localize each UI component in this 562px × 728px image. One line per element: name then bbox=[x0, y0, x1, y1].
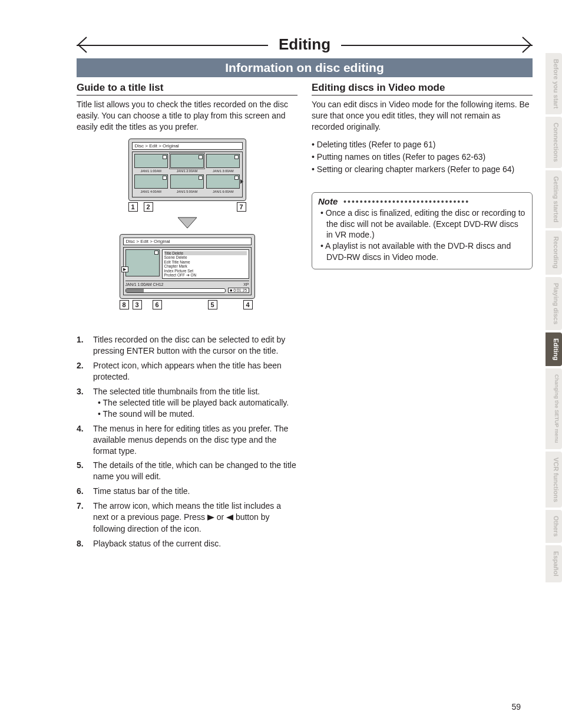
title-thumbnail-selected bbox=[170, 154, 204, 168]
legend-text: Playback status of the current disc. bbox=[93, 538, 297, 549]
callout-box: 2 bbox=[144, 202, 153, 212]
callout-box: 8 bbox=[120, 300, 129, 309]
title-thumbnail bbox=[170, 174, 204, 189]
time-status-bar bbox=[125, 288, 226, 293]
right-intro: You can edit discs in Video mode for the… bbox=[312, 99, 533, 133]
thumb-label: JAN/1 3:00AM bbox=[206, 169, 240, 173]
menu-item: Chapter Mark bbox=[164, 264, 247, 268]
screen-breadcrumb: Disc > Edit > Original bbox=[132, 142, 243, 150]
title-details: JAN/1 1:00AM CH12 bbox=[125, 282, 164, 286]
legend-subtext: • The sound will be muted. bbox=[93, 409, 297, 420]
recording-mode: XP bbox=[243, 282, 249, 286]
left-intro: Title list allows you to check the title… bbox=[77, 99, 297, 133]
title-thumbnail bbox=[134, 174, 168, 189]
screen-breadcrumb: Disc > Edit > Original bbox=[123, 238, 252, 245]
time-display: ■ 0:01:25 bbox=[228, 288, 249, 293]
title-thumbnail bbox=[206, 174, 240, 189]
tab-editing[interactable]: Editing bbox=[546, 332, 562, 366]
menu-item: Edit Title Name bbox=[164, 260, 247, 264]
note-title: Note bbox=[318, 196, 338, 206]
legend-text: The selected title thumbnails from the t… bbox=[93, 387, 260, 396]
note-box: Note ••••••••••••••••••••••••••••••• Onc… bbox=[312, 192, 533, 269]
banner-right-ornament bbox=[522, 36, 533, 54]
playback-status-icon: ▶ bbox=[121, 266, 128, 272]
callout-box: 3 bbox=[133, 300, 142, 309]
figure-title-list: Disc > Edit > Original JAN/1 1:00AM JAN/… bbox=[128, 139, 246, 212]
svg-marker-0 bbox=[178, 218, 197, 228]
callout-box: 6 bbox=[153, 300, 162, 309]
bullet-item: Setting or clearing chapter markers (Ref… bbox=[312, 163, 533, 176]
title-thumbnail bbox=[206, 154, 240, 168]
menu-item: Title Delete bbox=[164, 251, 247, 255]
tab-others[interactable]: Others bbox=[546, 510, 562, 542]
tab-recording[interactable]: Recording bbox=[546, 230, 562, 274]
right-bullet-list: Deleting titles (Refer to page 61) Putti… bbox=[312, 139, 533, 176]
callout-box: 5 bbox=[208, 300, 217, 309]
tab-playing-discs[interactable]: Playing discs bbox=[546, 277, 562, 330]
svg-marker-1 bbox=[207, 515, 214, 521]
left-subhead: Guide to a title list bbox=[77, 82, 297, 94]
left-arrow-icon bbox=[226, 512, 233, 523]
right-arrow-icon bbox=[207, 512, 214, 523]
tab-connections[interactable]: Connections bbox=[546, 117, 562, 168]
edit-menu: Title Delete Scene Delete Edit Title Nam… bbox=[162, 249, 249, 279]
legend-text: Titles recorded on the disc can be selec… bbox=[93, 334, 297, 357]
thumb-label: JAN/1 6:00AM bbox=[206, 190, 240, 193]
svg-marker-2 bbox=[226, 515, 233, 521]
next-page-arrow-icon bbox=[240, 179, 243, 184]
callout-box: 4 bbox=[243, 300, 253, 309]
selected-title-thumbnail bbox=[125, 249, 160, 276]
right-subhead: Editing discs in Video mode bbox=[312, 82, 533, 94]
chapter-title: Editing bbox=[273, 35, 336, 54]
thumb-label: JAN/1 5:00AM bbox=[170, 190, 204, 193]
legend-subtext: • The selected title will be played back… bbox=[93, 397, 297, 409]
legend-text: The menus in here for editing titles as … bbox=[93, 423, 297, 457]
bullet-item: Deleting titles (Refer to page 61) bbox=[312, 139, 533, 151]
bullet-item: Putting names on titles (Refer to pages … bbox=[312, 151, 533, 163]
note-item: A playlist is not available with the DVD… bbox=[320, 241, 526, 263]
tab-setup-menu[interactable]: Changing the SETUP menu bbox=[546, 368, 562, 449]
page-number: 59 bbox=[511, 702, 521, 711]
legend-text: Time status bar of the title. bbox=[93, 486, 297, 497]
legend-text: Protect icon, which appears when the tit… bbox=[93, 360, 297, 383]
protect-icon bbox=[199, 155, 203, 159]
thumb-label: JAN/1 1:00AM bbox=[134, 169, 168, 173]
legend-text: The details of the title, which can be c… bbox=[93, 460, 297, 482]
note-item: Once a disc is finalized, editing the di… bbox=[320, 207, 526, 241]
title-thumbnail bbox=[134, 154, 168, 168]
menu-item: Index Picture Set bbox=[164, 269, 247, 273]
numbered-legend: 1.Titles recorded on the disc can be sel… bbox=[77, 334, 297, 549]
menu-item: Scene Delete bbox=[164, 255, 247, 259]
callout-box: 7 bbox=[237, 202, 246, 212]
section-title-bar: Information on disc editing bbox=[77, 58, 533, 77]
tab-before-you-start[interactable]: Before you start bbox=[546, 53, 562, 114]
figure-title-detail: Disc > Edit > Original Title Delete Scen… bbox=[120, 234, 255, 312]
thumb-label: JAN/1 4:00AM bbox=[134, 190, 168, 193]
tab-getting-started[interactable]: Getting started bbox=[546, 170, 562, 228]
thumb-label: JAN/1 2:00AM bbox=[170, 169, 204, 173]
tab-vcr-functions[interactable]: VCR functions bbox=[546, 452, 562, 508]
callout-box: 1 bbox=[128, 202, 138, 212]
side-tab-navigation: Before you start Connections Getting sta… bbox=[546, 53, 562, 582]
menu-item: Protect OFF ➔ ON bbox=[164, 273, 247, 277]
flow-arrow-icon bbox=[77, 216, 297, 232]
legend-text: The arrow icon, which means the title li… bbox=[93, 500, 297, 535]
tab-espanol[interactable]: Español bbox=[546, 545, 562, 582]
chapter-title-banner: Editing bbox=[77, 35, 533, 54]
